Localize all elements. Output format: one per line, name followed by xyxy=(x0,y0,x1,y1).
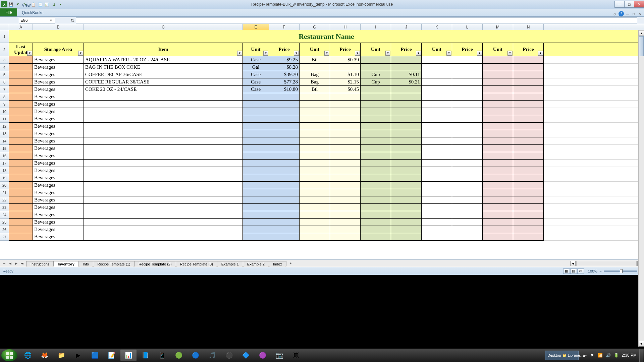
tray-network-icon[interactable]: 📶 xyxy=(597,353,603,358)
cell[interactable] xyxy=(483,233,513,241)
cell[interactable] xyxy=(361,233,391,241)
cell[interactable] xyxy=(361,56,391,64)
cell[interactable] xyxy=(330,137,361,145)
cell[interactable] xyxy=(243,101,269,108)
sheet-tab-info[interactable]: Info xyxy=(78,261,93,267)
cell[interactable] xyxy=(483,182,513,189)
cell[interactable] xyxy=(483,219,513,226)
cell[interactable]: Beverages xyxy=(33,233,84,241)
cell[interactable]: Beverages xyxy=(33,137,84,145)
cell[interactable] xyxy=(513,182,544,189)
cell[interactable] xyxy=(330,152,361,160)
taskbar-excel-icon[interactable]: 📊 xyxy=(120,350,137,361)
cell[interactable] xyxy=(483,160,513,167)
cell[interactable] xyxy=(330,204,361,211)
row-header-4[interactable]: 4 xyxy=(0,64,9,71)
column-header-L[interactable]: L xyxy=(452,24,483,30)
cell[interactable]: Beverages xyxy=(33,93,84,101)
cell[interactable] xyxy=(9,167,33,174)
cell[interactable] xyxy=(452,130,483,137)
maximize-button[interactable]: □ xyxy=(624,1,634,8)
filter-dropdown-icon[interactable]: ▼ xyxy=(324,51,329,56)
row-header-8[interactable]: 8 xyxy=(0,93,9,101)
taskbar-spotify-icon[interactable]: 🎵 xyxy=(204,350,220,361)
column-header-rest[interactable] xyxy=(544,24,644,30)
cell[interactable]: Beverages xyxy=(33,115,84,123)
qat-dropdown-icon[interactable]: ▼ xyxy=(57,1,63,7)
cell[interactable] xyxy=(243,182,269,189)
cell[interactable] xyxy=(483,101,513,108)
cell[interactable] xyxy=(391,182,422,189)
cell[interactable] xyxy=(330,64,361,71)
cell[interactable] xyxy=(452,123,483,130)
cell[interactable]: Beverages xyxy=(33,182,84,189)
row-header-7[interactable]: 7 xyxy=(0,86,9,93)
taskbar-app6-icon[interactable]: 🟣 xyxy=(255,350,271,361)
cell[interactable]: Case xyxy=(243,56,269,64)
cell[interactable] xyxy=(391,226,422,233)
cell[interactable] xyxy=(361,108,391,115)
cell[interactable] xyxy=(422,137,452,145)
cell[interactable] xyxy=(361,211,391,219)
cell[interactable] xyxy=(84,145,243,152)
cell[interactable] xyxy=(391,152,422,160)
cell[interactable]: $1.10 xyxy=(330,71,361,78)
cell[interactable]: $0.21 xyxy=(391,78,422,86)
cell[interactable]: AQUAFINA WATER - 20 OZ - 24/CASE xyxy=(84,56,243,64)
cell[interactable] xyxy=(300,101,330,108)
sheet-tab-instructions[interactable]: Instructions xyxy=(26,261,54,267)
cell[interactable] xyxy=(483,64,513,71)
cell[interactable] xyxy=(513,196,544,204)
cell[interactable] xyxy=(483,211,513,219)
cell[interactable] xyxy=(361,226,391,233)
zoom-slider[interactable] xyxy=(604,270,637,272)
cell[interactable] xyxy=(422,56,452,64)
excel-icon[interactable]: X xyxy=(1,1,7,7)
cell[interactable] xyxy=(84,196,243,204)
fx-icon[interactable]: fx xyxy=(69,18,76,23)
cell[interactable] xyxy=(513,219,544,226)
cell[interactable] xyxy=(452,86,483,93)
cell[interactable] xyxy=(84,160,243,167)
cell[interactable] xyxy=(513,86,544,93)
cell[interactable] xyxy=(330,226,361,233)
cell[interactable] xyxy=(422,145,452,152)
cell[interactable] xyxy=(452,189,483,196)
cell[interactable] xyxy=(361,152,391,160)
cell[interactable]: Bag xyxy=(300,71,330,78)
cell[interactable] xyxy=(300,196,330,204)
scroll-thumb[interactable] xyxy=(639,36,644,56)
column-header-J[interactable]: J xyxy=(391,24,422,30)
cell[interactable] xyxy=(361,101,391,108)
cell[interactable] xyxy=(544,93,644,101)
cell[interactable] xyxy=(243,211,269,219)
cell[interactable] xyxy=(452,93,483,101)
taskbar-word-icon[interactable]: 📘 xyxy=(137,350,153,361)
column-header-N[interactable]: N xyxy=(513,24,544,30)
filter-dropdown-icon[interactable]: ▼ xyxy=(538,51,543,56)
cell[interactable] xyxy=(361,145,391,152)
cell[interactable] xyxy=(513,137,544,145)
cell[interactable] xyxy=(544,211,644,219)
cell[interactable] xyxy=(330,115,361,123)
cell[interactable] xyxy=(452,204,483,211)
sheet-tab-recipe-template--3-[interactable]: Recipe Template (3) xyxy=(176,261,217,267)
row-header-5[interactable]: 5 xyxy=(0,71,9,78)
cell[interactable] xyxy=(391,108,422,115)
cell[interactable]: Beverages xyxy=(33,78,84,86)
cell[interactable] xyxy=(391,86,422,93)
cell[interactable]: Beverages xyxy=(33,86,84,93)
cell[interactable]: Beverages xyxy=(33,211,84,219)
cell[interactable] xyxy=(269,189,300,196)
cell[interactable] xyxy=(361,182,391,189)
cell[interactable] xyxy=(243,174,269,182)
cell[interactable] xyxy=(483,152,513,160)
row-header-23[interactable]: 23 xyxy=(0,204,9,211)
ribbon-tab-quickbooks[interactable]: QuickBooks xyxy=(17,9,49,16)
cell[interactable]: Btl xyxy=(300,56,330,64)
cell[interactable] xyxy=(483,174,513,182)
cell[interactable] xyxy=(300,64,330,71)
cell[interactable] xyxy=(9,93,33,101)
cell[interactable] xyxy=(391,211,422,219)
cell[interactable] xyxy=(9,226,33,233)
